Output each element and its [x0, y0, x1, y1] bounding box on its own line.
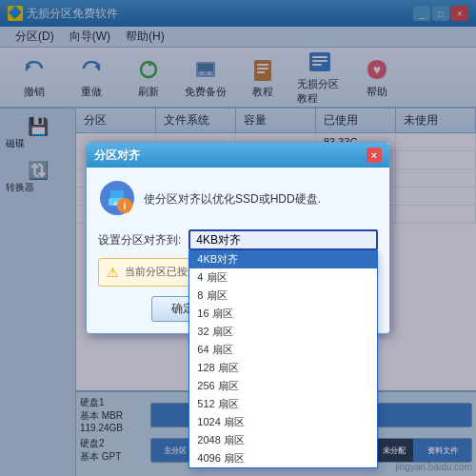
dropdown-item-512s[interactable]: 512 扇区: [189, 395, 377, 413]
modal-select-label: 设置分区对齐到:: [98, 232, 181, 248]
modal-select-row: 设置分区对齐到: 4KB对齐 4 扇区 8 扇区 16 扇区 32 扇区 64 …: [98, 229, 378, 250]
modal-select-wrapper: 4KB对齐 4 扇区 8 扇区 16 扇区 32 扇区 64 扇区 128 扇区…: [188, 229, 378, 250]
dropdown-item-4096s[interactable]: 4096 扇区: [189, 449, 377, 467]
modal-icon-big: i: [98, 179, 136, 220]
dropdown-item-32s[interactable]: 32 扇区: [189, 323, 377, 341]
dropdown-item-2048s[interactable]: 2048 扇区: [189, 431, 377, 449]
dropdown-item-4s[interactable]: 4 扇区: [189, 268, 377, 287]
modal-body: i 使分区对齐以优化SSD或HDD硬盘. 设置分区对齐到: 4KB对齐 4 扇区…: [87, 168, 389, 333]
modal-desc-text: 使分区对齐以优化SSD或HDD硬盘.: [144, 191, 321, 208]
warning-icon: ⚠: [107, 265, 119, 280]
modal-title: 分区对齐: [94, 148, 140, 164]
dropdown-item-8s[interactable]: 8 扇区: [189, 287, 377, 305]
modal-dialog: 分区对齐 × i 使分区对齐以优化SSD或HDD硬盘.: [86, 142, 390, 334]
dropdown-item-16s[interactable]: 16 扇区: [189, 305, 377, 323]
dropdown-item-1024s[interactable]: 1024 扇区: [189, 413, 377, 431]
svg-text:i: i: [124, 201, 127, 211]
modal-close-button[interactable]: ×: [367, 148, 382, 163]
modal-overlay: 分区对齐 × i 使分区对齐以优化SSD或HDD硬盘.: [0, 0, 476, 476]
dropdown-item-128s[interactable]: 128 扇区: [189, 359, 377, 377]
dropdown-item-64s[interactable]: 64 扇区: [189, 341, 377, 359]
modal-description: i 使分区对齐以优化SSD或HDD硬盘.: [98, 179, 378, 220]
alignment-dropdown: 4KB对齐 4 扇区 8 扇区 16 扇区 32 扇区 64 扇区 128 扇区…: [188, 250, 378, 468]
dropdown-item-256s[interactable]: 256 扇区: [189, 377, 377, 395]
alignment-select[interactable]: 4KB对齐 4 扇区 8 扇区 16 扇区 32 扇区 64 扇区 128 扇区…: [188, 229, 378, 250]
dropdown-item-4kb[interactable]: 4KB对齐: [189, 250, 377, 268]
modal-title-bar: 分区对齐 ×: [87, 143, 389, 168]
